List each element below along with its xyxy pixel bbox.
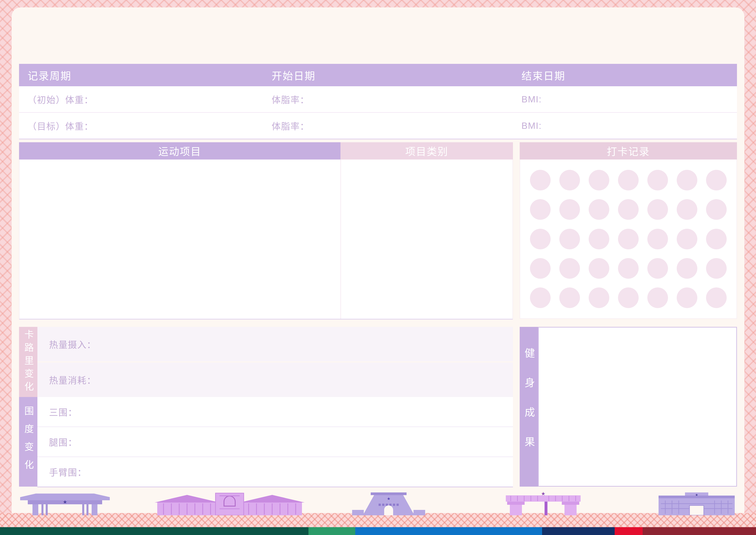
summary-header-row: 记录周期 开始日期 结束日期 bbox=[19, 64, 737, 86]
svg-text:★: ★ bbox=[387, 496, 390, 501]
checkin-dot[interactable] bbox=[677, 258, 697, 279]
col-header-exercise-item: 运动项目 bbox=[19, 142, 341, 159]
checkin-dot[interactable] bbox=[589, 229, 609, 249]
checkin-dot[interactable] bbox=[647, 229, 668, 249]
calorie-change-strip: 卡路里变化 bbox=[19, 327, 38, 397]
footer-color-stripes bbox=[0, 527, 756, 535]
footer-stripe bbox=[355, 527, 542, 535]
checkin-dot[interactable] bbox=[559, 229, 580, 249]
campus-gate-illustration: ★ bbox=[20, 492, 110, 515]
footer-stripe bbox=[308, 527, 355, 535]
checkin-panel: 打卡记录 bbox=[520, 142, 737, 319]
fitness-results-strip: 健身成果 bbox=[520, 327, 538, 487]
measurements-row[interactable]: 三围： bbox=[38, 397, 513, 427]
exercise-table: 运动项目 项目类别 bbox=[19, 142, 513, 320]
checkin-dot[interactable] bbox=[559, 258, 580, 279]
calorie-intake-label: 热量摄入： bbox=[38, 338, 96, 351]
checkin-dot[interactable] bbox=[589, 199, 609, 220]
checkin-dot[interactable] bbox=[618, 199, 639, 220]
checkin-dot[interactable] bbox=[530, 229, 550, 249]
leg-girth-row[interactable]: 腿围： bbox=[38, 427, 513, 457]
checkin-dot[interactable] bbox=[706, 288, 727, 308]
checkin-grid bbox=[520, 159, 737, 319]
checkin-dot[interactable] bbox=[706, 258, 727, 279]
measurements-label: 三围： bbox=[38, 405, 77, 418]
checkin-dot[interactable] bbox=[559, 199, 580, 220]
checkin-dot[interactable] bbox=[530, 258, 550, 279]
calorie-rows: 热量摄入： 热量消耗： bbox=[38, 327, 513, 397]
girth-rows: 三围： 腿围： 手臂围： bbox=[38, 397, 513, 487]
campus-gate2-illustration: ★ bbox=[493, 491, 594, 515]
exercise-table-body[interactable] bbox=[19, 159, 513, 320]
checkin-dot[interactable] bbox=[706, 229, 727, 249]
exercise-header-row: 运动项目 项目类别 bbox=[19, 142, 513, 159]
calorie-burn-row[interactable]: 热量消耗： bbox=[38, 362, 513, 397]
fitness-record-sheet: 健身塑形记录表 ★ 国防科技大学 NATIONAL UNIVERSITY OF … bbox=[0, 0, 756, 535]
fitness-results-label: 健身成果 bbox=[521, 348, 536, 466]
calorie-burn-label: 热量消耗： bbox=[38, 373, 96, 386]
arm-girth-row[interactable]: 手臂围： bbox=[38, 457, 513, 487]
table-row-target: （目标）体重： 体脂率： BMI: bbox=[19, 113, 737, 139]
footer-stripe bbox=[0, 527, 308, 535]
campus-classical-building-illustration bbox=[154, 491, 305, 515]
checkin-dot[interactable] bbox=[647, 199, 668, 220]
fitness-results-area[interactable] bbox=[538, 327, 737, 487]
column-divider bbox=[341, 159, 341, 319]
target-bodyfat-field[interactable]: 体脂率： bbox=[263, 119, 513, 132]
campus-building5-illustration: ★ bbox=[656, 493, 737, 515]
footer-stripe bbox=[643, 527, 756, 535]
checkin-dot[interactable] bbox=[706, 170, 727, 190]
checkin-dot[interactable] bbox=[677, 229, 697, 249]
summary-table: 记录周期 开始日期 结束日期 （初始）体重： 体脂率： BMI: （目标）体重：… bbox=[19, 64, 737, 139]
checkin-dot[interactable] bbox=[530, 199, 550, 220]
checkin-dot[interactable] bbox=[706, 199, 727, 220]
col-header-record-period: 记录周期 bbox=[19, 68, 263, 82]
checkin-dot[interactable] bbox=[677, 288, 697, 308]
target-weight-field[interactable]: （目标）体重： bbox=[19, 119, 263, 132]
initial-weight-field[interactable]: （初始）体重： bbox=[19, 93, 263, 106]
checkin-header: 打卡记录 bbox=[520, 142, 737, 159]
footer-stripe bbox=[615, 527, 643, 535]
checkin-dot[interactable] bbox=[677, 199, 697, 220]
col-header-end-date: 结束日期 bbox=[513, 68, 737, 82]
initial-bodyfat-field[interactable]: 体脂率： bbox=[263, 93, 513, 106]
girth-change-label: 围度变化 bbox=[21, 406, 35, 478]
col-header-start-date: 开始日期 bbox=[263, 68, 513, 82]
target-bmi-field[interactable]: BMI: bbox=[513, 121, 737, 131]
girth-change-strip: 围度变化 bbox=[19, 397, 38, 487]
svg-text:★: ★ bbox=[63, 499, 67, 505]
arm-girth-label: 手臂围： bbox=[38, 465, 87, 478]
calorie-intake-row[interactable]: 热量摄入： bbox=[38, 327, 513, 362]
checkin-dot[interactable] bbox=[618, 258, 639, 279]
calorie-change-label: 卡路里变化 bbox=[21, 329, 35, 395]
leg-girth-label: 腿围： bbox=[38, 435, 77, 448]
campus-monument-illustration: ★ bbox=[341, 492, 437, 515]
checkin-dot[interactable] bbox=[647, 288, 668, 308]
initial-bmi-field[interactable]: BMI: bbox=[513, 94, 737, 104]
checkin-dot[interactable] bbox=[589, 288, 609, 308]
checkin-dot[interactable] bbox=[530, 170, 550, 190]
checkin-dot[interactable] bbox=[618, 229, 639, 249]
footer-stripe bbox=[542, 527, 615, 535]
checkin-dot[interactable] bbox=[589, 258, 609, 279]
svg-text:★: ★ bbox=[695, 493, 698, 497]
checkin-dot[interactable] bbox=[589, 170, 609, 190]
checkin-dot[interactable] bbox=[618, 170, 639, 190]
checkin-dot[interactable] bbox=[530, 288, 550, 308]
checkin-dot[interactable] bbox=[618, 288, 639, 308]
checkin-dot[interactable] bbox=[647, 258, 668, 279]
table-row-initial: （初始）体重： 体脂率： BMI: bbox=[19, 86, 737, 113]
checkin-dot[interactable] bbox=[647, 170, 668, 190]
checkin-dot[interactable] bbox=[559, 170, 580, 190]
checkin-dot[interactable] bbox=[559, 288, 580, 308]
checkin-dot[interactable] bbox=[677, 170, 697, 190]
col-header-item-category: 项目类别 bbox=[341, 142, 513, 159]
